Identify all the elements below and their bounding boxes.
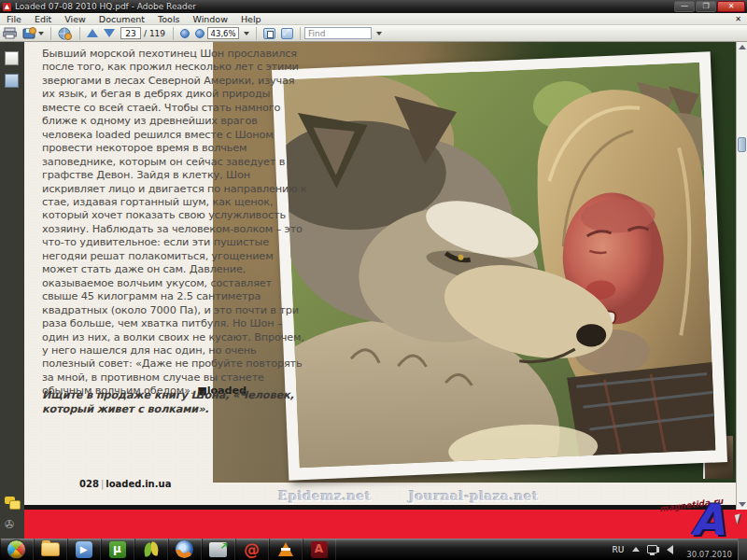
up-arrow-icon xyxy=(87,29,98,37)
previous-page-button[interactable] xyxy=(84,26,101,41)
show-desktop-button[interactable] xyxy=(738,539,747,560)
globe-icon xyxy=(58,27,73,40)
next-page-button[interactable] xyxy=(101,26,118,41)
bookmarks-panel-icon[interactable] xyxy=(5,74,19,88)
zoom-menu-button[interactable] xyxy=(239,26,252,41)
article-promo-text: Ищите в продаже книгу Шона, «Человек, ко… xyxy=(42,389,303,416)
system-tray: RU 30.07.2010 xyxy=(607,539,747,560)
menu-bar: FileEditViewDocumentToolsWindowHelp ✕ xyxy=(0,13,747,25)
menu-item[interactable]: Edit xyxy=(28,14,58,24)
leaf-app-icon[interactable] xyxy=(134,539,168,560)
zoom-level-input[interactable]: 43,6% xyxy=(207,27,239,39)
media-player-icon[interactable]: ▶ xyxy=(67,539,101,560)
down-arrow-icon xyxy=(104,29,115,37)
wolf-and-man-illustration xyxy=(283,63,715,468)
printer-icon xyxy=(3,27,17,39)
scrollbar-thumb[interactable] xyxy=(738,137,746,152)
pdf-page[interactable]: Бывший морской пехотинец Шон прославился… xyxy=(24,42,736,505)
utorrent-icon[interactable]: µ xyxy=(101,539,134,560)
chevron-down-icon xyxy=(38,32,44,35)
zoom-in-icon xyxy=(195,29,204,38)
watermark-text: Epidemz.net xyxy=(278,488,372,503)
explorer-folder-icon[interactable] xyxy=(34,539,67,560)
fullscreen-button[interactable] xyxy=(278,26,296,41)
vertical-scrollbar[interactable] xyxy=(736,42,747,510)
scroll-down-icon[interactable] xyxy=(739,502,746,507)
attachments-panel-icon[interactable]: ✇ xyxy=(5,518,19,532)
page-number-input[interactable]: 23 xyxy=(120,27,141,39)
scroll-mode-icon xyxy=(263,28,275,39)
site-label: loaded.in.ua xyxy=(106,479,171,489)
menu-item[interactable]: Document xyxy=(92,14,151,24)
desktop-screen: ▲ Loaded 07-08 2010 HQ.pdf - Adobe Reade… xyxy=(0,0,747,560)
vlc-icon[interactable] xyxy=(269,539,303,560)
language-indicator[interactable]: RU xyxy=(607,545,628,554)
clock-date[interactable]: 30.07.2010 xyxy=(686,550,732,559)
menu-item[interactable]: Window xyxy=(186,14,233,24)
mailru-agent-icon[interactable]: @ xyxy=(235,539,269,560)
print-button[interactable] xyxy=(0,26,20,41)
wallpaper-logo-letter: A xyxy=(691,498,725,541)
collaborate-button[interactable] xyxy=(55,26,76,41)
scrolling-mode-button[interactable] xyxy=(261,26,278,41)
toolbar: 23 / 119 43,6% Find xyxy=(0,25,747,42)
wolf-photo xyxy=(272,51,727,480)
menu-item[interactable]: View xyxy=(58,14,92,24)
minimize-button[interactable]: — xyxy=(674,1,695,12)
chevron-down-icon xyxy=(376,32,382,35)
window-title: Loaded 07-08 2010 HQ.pdf - Adobe Reader xyxy=(15,2,196,11)
pages-panel-icon[interactable] xyxy=(5,51,19,65)
chevron-down-icon xyxy=(244,32,249,35)
maximize-button[interactable]: ❐ xyxy=(696,1,716,12)
adobe-reader-icon[interactable]: A xyxy=(303,539,336,560)
adobe-reader-window-icon: ▲ xyxy=(3,3,11,11)
page-footer: 028|loaded.in.ua xyxy=(79,479,171,489)
menu-item[interactable]: File xyxy=(0,14,28,24)
desktop-wallpaper-band xyxy=(24,510,747,539)
zoom-in-button[interactable] xyxy=(192,26,207,41)
scroll-up-icon[interactable] xyxy=(739,45,746,49)
save-icon xyxy=(22,27,36,39)
menu-item[interactable]: Help xyxy=(234,14,268,24)
volume-icon[interactable] xyxy=(667,545,673,554)
find-menu-button[interactable] xyxy=(372,26,385,41)
find-input[interactable]: Find xyxy=(304,27,372,39)
document-close-icon[interactable]: ✕ xyxy=(733,14,743,24)
article-text: Бывший морской пехотинец Шон прославился… xyxy=(42,48,309,399)
zoom-out-icon xyxy=(180,29,190,38)
start-button[interactable] xyxy=(0,539,34,560)
page-number-label: 028 xyxy=(79,479,99,489)
watermark-text: Journal-plaza.net xyxy=(409,488,539,503)
download-manager-icon[interactable] xyxy=(202,539,235,560)
hidden-icons-arrow[interactable] xyxy=(632,547,640,552)
navigation-sidebar: ✇ xyxy=(0,42,24,539)
fullscreen-icon xyxy=(281,28,293,39)
close-button[interactable]: ✕ xyxy=(717,1,745,12)
page-count-label: / 119 xyxy=(144,29,165,38)
zoom-out-button[interactable] xyxy=(177,26,192,41)
menu-item[interactable]: Tools xyxy=(151,14,186,24)
save-copy-button[interactable] xyxy=(20,26,47,41)
firefox-icon[interactable] xyxy=(168,539,202,560)
title-bar[interactable]: ▲ Loaded 07-08 2010 HQ.pdf - Adobe Reade… xyxy=(0,0,747,13)
comments-panel-icon[interactable] xyxy=(5,495,19,509)
